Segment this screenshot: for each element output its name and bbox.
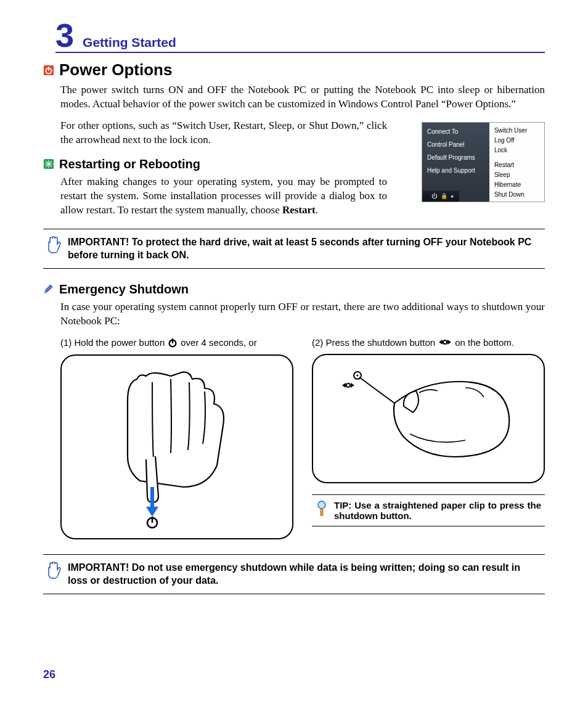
- arrow-icon: ▸: [451, 193, 454, 199]
- menu-item: Connect To: [422, 125, 489, 138]
- chapter-header: 3 Getting Started: [55, 18, 545, 53]
- menu-item: Hibernate: [489, 179, 544, 189]
- shutdown-pinhole-icon: [438, 338, 452, 346]
- callout-important-1: IMPORTANT! To protect the hard drive, wa…: [43, 229, 545, 269]
- menu-item: Default Programs: [422, 151, 489, 164]
- chapter-number: 3: [55, 18, 74, 52]
- svg-point-23: [318, 501, 325, 509]
- power-square-icon: [43, 65, 54, 76]
- start-menu-screenshot: Connect To Control Panel Default Program…: [422, 122, 545, 202]
- opt2-text-b: on the bottom.: [455, 337, 514, 348]
- power-options-p2: For other options, such as “Switch User,…: [60, 119, 387, 147]
- page-number: 26: [43, 668, 55, 681]
- svg-point-21: [357, 374, 359, 376]
- heading-power-options: Power Options: [59, 60, 172, 80]
- svg-point-18: [346, 383, 350, 387]
- svg-line-22: [359, 377, 394, 403]
- svg-marker-16: [447, 340, 451, 345]
- menu-item: Control Panel: [422, 138, 489, 151]
- chapter-title: Getting Started: [83, 35, 176, 50]
- menu-item: Help and Support: [422, 164, 489, 177]
- svg-marker-19: [351, 383, 354, 388]
- tip-text: TIP: Use a straightened paper clip to pr…: [334, 500, 541, 521]
- power-icon: [167, 337, 178, 348]
- tip-box: TIP: Use a straightened paper clip to pr…: [312, 494, 545, 526]
- opt2-text-a: (2) Press the shutdown button: [312, 337, 435, 348]
- svg-marker-11: [146, 507, 158, 517]
- emergency-p1: In case your operating system cannot pro…: [60, 300, 545, 329]
- menu-item: Sleep: [489, 170, 544, 179]
- opt1-text-a: (1) Hold the power button: [60, 337, 165, 348]
- restart-square-icon: [43, 158, 54, 170]
- emergency-option-1: (1) Hold the power button over 4 seconds…: [60, 337, 293, 539]
- power-icon: ⏻: [431, 193, 437, 199]
- magnifier-icon: [316, 500, 328, 517]
- svg-point-15: [443, 340, 447, 344]
- callout-text: IMPORTANT! Do not use emergency shutdown…: [68, 561, 542, 587]
- menu-item: Lock: [489, 145, 544, 155]
- hand-stop-icon: [46, 561, 62, 579]
- illustration-hold-power: [60, 354, 293, 539]
- menu-bottom-bar: ⏻ 🔒 ▸: [422, 190, 459, 202]
- svg-marker-17: [342, 383, 346, 388]
- callout-important-2: IMPORTANT! Do not use emergency shutdown…: [43, 554, 545, 594]
- svg-marker-14: [439, 340, 443, 345]
- heading-emergency: Emergency Shutdown: [59, 282, 189, 297]
- menu-item: Restart: [489, 160, 544, 170]
- svg-rect-24: [321, 509, 323, 516]
- hand-stop-icon: [46, 235, 62, 254]
- menu-item: Shut Down: [489, 189, 544, 199]
- illustration-pinhole: [312, 354, 545, 483]
- power-options-p1: The power switch turns ON and OFF the No…: [60, 83, 545, 112]
- pen-icon: [43, 284, 54, 295]
- emergency-option-2: (2) Press the shutdown button on the bot…: [312, 337, 545, 539]
- menu-item: Log Off: [489, 135, 544, 145]
- callout-text: IMPORTANT! To protect the hard drive, wa…: [68, 235, 542, 262]
- menu-item: Switch User: [489, 125, 544, 135]
- opt1-text-b: over 4 seconds, or: [181, 337, 256, 348]
- section-emergency: Emergency Shutdown In case your operatin…: [43, 282, 545, 539]
- restarting-p1: After making changes to your operating s…: [60, 175, 387, 218]
- lock-icon: 🔒: [441, 193, 447, 199]
- heading-restarting: Restarting or Rebooting: [59, 157, 200, 171]
